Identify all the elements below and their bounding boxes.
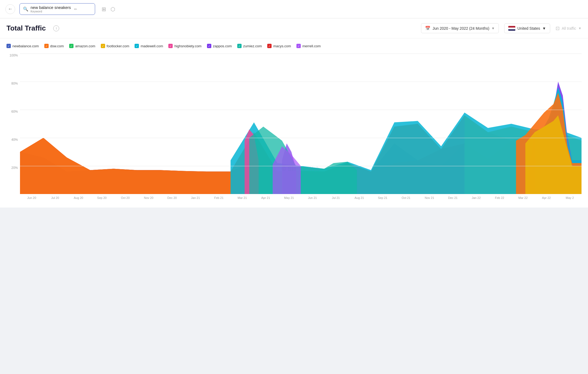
- x-axis-label: Feb 21: [207, 196, 231, 199]
- legend-label-amazon: amazon.com: [75, 44, 95, 48]
- x-axis-label: Apr 21: [254, 196, 278, 199]
- external-link-icon[interactable]: ⬡: [111, 6, 115, 12]
- legend-label-madewell: madewell.com: [141, 44, 163, 48]
- legend-label-zumiez: zumiez.com: [243, 44, 262, 48]
- x-axis-label: Jan 22: [465, 196, 488, 199]
- chart-area: © SimilarWeb: [20, 54, 582, 194]
- legend-item-highsnobiety[interactable]: ✓ highsnobiety.com: [168, 44, 201, 48]
- x-axis-label: Jul 20: [44, 196, 67, 199]
- x-axis-label: Nov 20: [137, 196, 161, 199]
- x-axis-label: Mar 21: [230, 196, 254, 199]
- edit-icon[interactable]: ✏: [74, 7, 77, 11]
- traffic-icon: ⊡: [556, 25, 560, 31]
- x-axis-label: Oct 21: [394, 196, 418, 199]
- traffic-label: All traffic: [562, 26, 576, 31]
- back-icon: ←: [8, 6, 13, 12]
- legend-row: ✓ newbalance.com ✓ dsw.com ✓ amazon.com …: [6, 44, 582, 48]
- legend-check-zumiez: ✓: [237, 44, 242, 48]
- calendar-icon: 📅: [425, 26, 430, 31]
- legend-check-highsnobiety: ✓: [168, 44, 173, 48]
- x-axis-label: Dec 21: [441, 196, 465, 199]
- x-axis-label: Sep 21: [371, 196, 395, 199]
- x-axis-label: Aug 20: [67, 196, 90, 199]
- x-axis-label: Aug 21: [348, 196, 371, 199]
- y-axis-label: 80%: [6, 82, 20, 85]
- legend-item-zappos[interactable]: ✓ zappos.com: [207, 44, 232, 48]
- grid-line-20: [20, 166, 582, 166]
- legend-label-dsw: dsw.com: [50, 44, 64, 48]
- chart-container: 100%80%60%40%20%: [6, 54, 582, 205]
- flag-icon: [508, 26, 515, 31]
- search-sub-text: Keyword: [31, 10, 71, 13]
- legend-label-highsnobiety: highsnobiety.com: [174, 44, 201, 48]
- x-axis-label: Dec 20: [160, 196, 184, 199]
- legend-check-footlocker: ✓: [101, 44, 105, 48]
- legend-check-merrell: ✓: [296, 44, 301, 48]
- y-axis-label: 60%: [6, 110, 20, 113]
- top-bar: ← 🔍 new balance sneakers Keyword ✏ ⊞ ⬡: [0, 0, 588, 18]
- back-button[interactable]: ←: [5, 4, 15, 14]
- x-axis-label: Apr 22: [535, 196, 558, 199]
- x-axis-label: Jul 21: [324, 196, 348, 199]
- x-axis: Jun 20Jul 20Aug 20Sep 20Oct 20Nov 20Dec …: [20, 194, 582, 205]
- x-axis-label: Oct 20: [113, 196, 137, 199]
- legend-label-macys: macys.com: [273, 44, 291, 48]
- legend-label-zappos: zappos.com: [213, 44, 232, 48]
- x-axis-label: Feb 22: [488, 196, 512, 199]
- legend-check-zappos: ✓: [207, 44, 211, 48]
- legend-label-newbalance: newbalance.com: [12, 44, 39, 48]
- country-chevron-icon: ▼: [542, 26, 546, 31]
- legend-check-amazon: ✓: [69, 44, 74, 48]
- grid-line-100: [20, 54, 582, 54]
- legend-item-madewell[interactable]: ✓ madewell.com: [135, 44, 163, 48]
- x-axis-label: Sep 20: [90, 196, 114, 199]
- legend-check-madewell: ✓: [135, 44, 139, 48]
- legend-check-macys: ✓: [267, 44, 272, 48]
- date-range-label: Jun 2020 - May 2022 (24 Months): [433, 26, 489, 31]
- search-icon: 🔍: [23, 6, 28, 12]
- date-chevron-icon: ▼: [492, 26, 495, 30]
- legend-check-newbalance: ✓: [6, 44, 11, 48]
- search-box[interactable]: 🔍 new balance sneakers Keyword ✏: [19, 3, 95, 15]
- x-axis-label: Jan 21: [184, 196, 207, 199]
- country-label: United States: [517, 26, 540, 31]
- expand-icon[interactable]: ⊞: [102, 6, 106, 12]
- x-axis-label: May 2: [558, 196, 582, 199]
- grid-line-80: [20, 82, 582, 82]
- legend-item-amazon[interactable]: ✓ amazon.com: [69, 44, 95, 48]
- traffic-chevron-icon: ▼: [578, 26, 582, 30]
- chart-section: ✓ newbalance.com ✓ dsw.com ✓ amazon.com …: [0, 38, 588, 208]
- grid-line-40: [20, 138, 582, 138]
- y-axis-label: 40%: [6, 138, 20, 142]
- grid-lines: [20, 54, 582, 194]
- page-title: Total Traffic: [6, 24, 46, 32]
- legend-label-merrell: merrell.com: [302, 44, 321, 48]
- legend-item-dsw[interactable]: ✓ dsw.com: [44, 44, 64, 48]
- legend-item-merrell[interactable]: ✓ merrell.com: [296, 44, 321, 48]
- traffic-filter[interactable]: ⊡ All traffic ▼: [556, 25, 582, 31]
- y-axis-label: 20%: [6, 166, 20, 170]
- legend-check-dsw: ✓: [44, 44, 49, 48]
- top-action-icons: ⊞ ⬡: [102, 6, 115, 12]
- search-text-wrap: new balance sneakers Keyword: [31, 5, 71, 13]
- grid-line-60: [20, 110, 582, 110]
- y-axis: 100%80%60%40%20%: [6, 54, 20, 194]
- legend-item-macys[interactable]: ✓ macys.com: [267, 44, 291, 48]
- country-filter[interactable]: United States ▼: [504, 24, 550, 33]
- x-axis-label: May 21: [277, 196, 301, 199]
- search-main-text: new balance sneakers: [31, 5, 71, 10]
- header-row: Total Traffic i 📅 Jun 2020 - May 2022 (2…: [0, 18, 588, 38]
- legend-item-newbalance[interactable]: ✓ newbalance.com: [6, 44, 39, 48]
- legend-item-footlocker[interactable]: ✓ footlocker.com: [101, 44, 129, 48]
- legend-item-zumiez[interactable]: ✓ zumiez.com: [237, 44, 262, 48]
- info-icon[interactable]: i: [53, 25, 59, 31]
- date-filter[interactable]: 📅 Jun 2020 - May 2022 (24 Months) ▼: [421, 23, 499, 33]
- x-axis-label: Mar 22: [511, 196, 535, 199]
- main-content: Total Traffic i 📅 Jun 2020 - May 2022 (2…: [0, 18, 588, 208]
- y-axis-label: 100%: [6, 54, 20, 57]
- x-axis-label: Jun 20: [20, 196, 44, 199]
- x-axis-label: Jun 21: [301, 196, 324, 199]
- legend-label-footlocker: footlocker.com: [107, 44, 129, 48]
- x-axis-label: Nov 21: [418, 196, 441, 199]
